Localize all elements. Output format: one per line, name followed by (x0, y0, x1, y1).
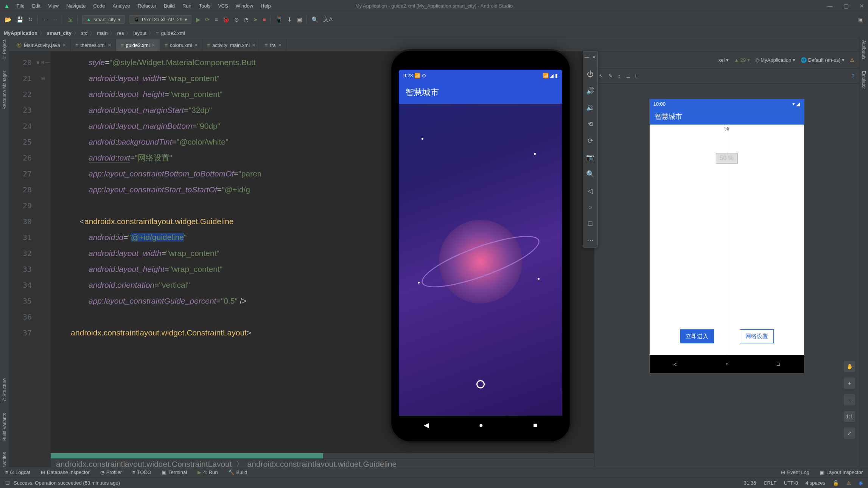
tab-close-icon[interactable]: ✕ (108, 43, 111, 48)
line-ending[interactable]: CRLF (764, 480, 776, 486)
tool-run[interactable]: ▶ 4: Run (198, 469, 218, 475)
zoom-fit-icon[interactable]: 1:1 (844, 411, 855, 422)
em-overview-icon[interactable]: □ (588, 220, 593, 228)
editor-tab[interactable]: ≡activity_main.xml✕ (202, 39, 260, 51)
more-icon[interactable]: ⋯ (587, 236, 594, 244)
tool-build[interactable]: 🔨 Build (228, 469, 247, 475)
em-home-icon[interactable]: ○ (588, 203, 593, 211)
menu-vcs[interactable]: VCS (214, 2, 232, 10)
phone-screen[interactable]: 9:28 📶 ⊙ 📶 ◢ ▮ 智慧城市 (399, 70, 562, 419)
menu-tools[interactable]: Tools (195, 2, 214, 10)
zoom-reset-icon[interactable]: ⤢ (844, 427, 855, 439)
debug-icon[interactable]: ≡ (215, 16, 218, 23)
preview-primary-button[interactable]: 立即进入 (680, 329, 714, 343)
menu-file[interactable]: FFileile (13, 2, 28, 10)
open-icon[interactable]: 📂 (5, 16, 12, 23)
bug-icon[interactable]: 🐞 (222, 16, 230, 23)
zoom-out-icon[interactable]: − (844, 394, 855, 405)
menu-help[interactable]: Help (257, 2, 275, 10)
forward-icon[interactable]: → (53, 16, 58, 23)
lock-icon[interactable]: 🔓 (833, 480, 839, 486)
crumb-layout[interactable]: layout (133, 30, 146, 36)
menu-edit[interactable]: Edit (28, 2, 44, 10)
guideline-handle[interactable]: % (724, 126, 729, 132)
tool-terminal[interactable]: ▣ Terminal (162, 469, 187, 475)
tool-profiler[interactable]: ◔ Profiler (100, 469, 122, 475)
camera-icon[interactable]: 📷 (586, 153, 594, 162)
sys-recent-icon[interactable]: ■ (533, 421, 537, 429)
zoom-icon[interactable]: 🔍 (586, 170, 594, 178)
cursor-tool-icon[interactable]: ↖ (599, 73, 603, 79)
sync-icon[interactable]: ↻ (28, 16, 33, 23)
tool-build-variants[interactable]: Build Variants (2, 413, 7, 441)
status-warning-icon[interactable]: ⚠ (846, 480, 851, 486)
crumb-res[interactable]: res (117, 30, 124, 36)
tab-close-icon[interactable]: ✕ (194, 43, 198, 48)
file-encoding[interactable]: UTF-8 (784, 480, 798, 486)
crumb-src[interactable]: src (81, 30, 87, 36)
emulator-minimize-icon[interactable]: — (585, 55, 589, 60)
attach-icon[interactable]: ➤ (253, 16, 258, 23)
sys-back-icon[interactable]: ◀ (424, 421, 429, 429)
nav-home-icon[interactable]: ○ (726, 361, 729, 367)
save-icon[interactable]: 💾 (16, 16, 23, 23)
minimize-icon[interactable]: — (827, 3, 833, 9)
menu-build[interactable]: Build (160, 2, 179, 10)
layout-inspector-icon[interactable]: ▣ (297, 16, 302, 23)
rotate-left-icon[interactable]: ⟲ (588, 120, 593, 128)
preview-body[interactable]: % 50 % 立即进入 网络设置 (650, 125, 804, 355)
back-icon[interactable]: ← (42, 16, 48, 23)
menu-analyze[interactable]: Analyze (109, 2, 134, 10)
tool-project[interactable]: 1: Project (2, 40, 7, 59)
tab-close-icon[interactable]: ✕ (278, 43, 282, 48)
tool-todo[interactable]: ≡ TODO (132, 469, 151, 475)
camera-button[interactable] (476, 380, 485, 388)
stop-icon[interactable]: ■ (263, 16, 266, 23)
app-dropdown[interactable]: ◎ MyApplication ▾ (755, 57, 795, 63)
emulator-window[interactable]: 9:28 📶 ⊙ 📶 ◢ ▮ 智慧城市 ◀ ● ■ (390, 49, 571, 447)
help-icon[interactable]: ? (852, 73, 854, 79)
profile-icon[interactable]: ◔ (244, 16, 249, 23)
tool-attributes[interactable]: Attributes (861, 40, 866, 59)
tool-logcat[interactable]: ≡ 6: Logcat (5, 469, 30, 475)
sdk-icon[interactable]: ⬇ (287, 16, 292, 23)
pixel-dropdown[interactable]: xel ▾ (719, 57, 729, 63)
status-icon[interactable]: ☐ (5, 480, 10, 486)
apply-changes-icon[interactable]: ⟳ (205, 16, 210, 23)
menu-run[interactable]: Run (179, 2, 195, 10)
tool-emulator[interactable]: Emulator (861, 71, 866, 89)
design-canvas[interactable]: 10:00 ▾ ◢ 智慧城市 % 50 % 立即进入 网络设置 ◁ ○ □ (594, 84, 859, 388)
editor-tab[interactable]: ≡colors.xml✕ (160, 39, 202, 51)
maximize-icon[interactable]: ▢ (843, 3, 849, 9)
zoom-in-icon[interactable]: + (844, 377, 855, 389)
search-icon[interactable]: 🔍 (311, 16, 319, 23)
caret-position[interactable]: 31:36 (744, 480, 756, 486)
crumb-project[interactable]: MyApplication (4, 30, 37, 36)
rotate-right-icon[interactable]: ⟳ (588, 137, 593, 145)
menu-code[interactable]: Code (89, 2, 109, 10)
volume-down-icon[interactable]: 🔉 (586, 103, 594, 112)
locale-dropdown[interactable]: 🌐 Default (en-us) ▾ (801, 57, 845, 63)
warning-icon[interactable]: ⚠ (850, 57, 854, 63)
nav-back-icon[interactable]: ◁ (674, 361, 677, 367)
emulator-close-icon[interactable]: ✕ (592, 55, 596, 60)
translate-icon[interactable]: 文A (323, 16, 333, 23)
editor-tab[interactable]: ≡themes.xml✕ (71, 39, 116, 51)
power-icon[interactable]: ⏻ (587, 70, 594, 78)
close-icon[interactable]: ✕ (859, 3, 864, 9)
volume-up-icon[interactable]: 🔊 (586, 87, 594, 95)
margins-icon[interactable]: ⊥ (626, 73, 630, 79)
preview-secondary-button[interactable]: 网络设置 (740, 329, 774, 343)
chrome-icon[interactable]: ◉ (859, 480, 863, 486)
menu-window[interactable]: Window (232, 2, 257, 10)
build-icon[interactable]: ⇲ (68, 16, 73, 23)
pan-tool-icon[interactable]: ✋ (844, 361, 855, 372)
coverage-icon[interactable]: ⊙ (234, 16, 239, 23)
tool-resource-manager[interactable]: Resource Manager (2, 71, 7, 109)
tool-db-inspector[interactable]: ⊞ Database Inspector (41, 469, 90, 475)
avd-icon[interactable]: 📱 (275, 16, 283, 23)
device-dropdown[interactable]: 📱 Pixel 3a XL API 29 ▾ (129, 15, 191, 24)
editor-tab[interactable]: ≡guide2.xml✕ (116, 39, 160, 51)
crumb-main[interactable]: main (97, 30, 107, 36)
editor-tab[interactable]: ⒸMainActivity.java✕ (12, 39, 71, 51)
